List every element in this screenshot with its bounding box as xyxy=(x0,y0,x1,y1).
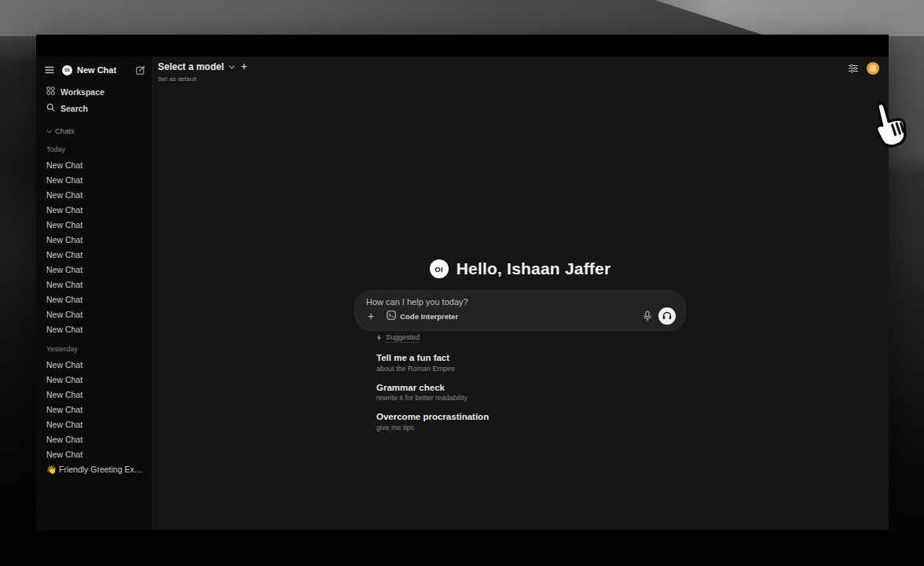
chat-history-row: Yesterday xyxy=(45,344,145,355)
suggested-prompt-title: Grammar check xyxy=(376,383,675,392)
workspace-grid-icon xyxy=(46,86,55,97)
chat-history-row[interactable]: New Chat xyxy=(45,372,145,387)
message-composer[interactable]: + Code Interpreter xyxy=(354,290,686,331)
app-logo-icon: OI xyxy=(430,259,449,278)
wallpaper-bottom xyxy=(0,530,924,566)
sidebar-item-search[interactable]: Search xyxy=(45,100,145,116)
microphone-icon[interactable] xyxy=(644,311,651,322)
sidebar-header: OI New Chat xyxy=(45,61,145,79)
chat-history-row[interactable]: New Chat xyxy=(45,262,145,277)
desktop-background: OI New Chat Workspace Search xyxy=(0,0,924,566)
chat-history-row[interactable]: New Chat xyxy=(45,357,145,372)
sidebar-title: New Chat xyxy=(77,65,136,75)
attach-plus-button[interactable]: + xyxy=(366,311,376,322)
sidebar: OI New Chat Workspace Search xyxy=(36,57,152,530)
chat-history-row[interactable]: New Chat xyxy=(45,307,145,322)
greeting-text: Hello, Ishaan Jaffer xyxy=(456,259,611,278)
model-topbar: Select a model + Set as default xyxy=(158,61,248,83)
chevron-down-icon xyxy=(229,65,235,69)
suggested-prompt-title: Tell me a fun fact xyxy=(376,353,675,362)
chat-history-row[interactable]: New Chat xyxy=(45,292,145,307)
composer-right-controls xyxy=(644,307,676,325)
chats-section-toggle[interactable]: Chats xyxy=(45,125,145,137)
suggested-prompt[interactable]: Grammar check rewrite it for better read… xyxy=(376,383,675,402)
suggested-prompt-subtitle: rewrite it for better readability xyxy=(376,394,675,402)
chat-history-row[interactable]: New Chat xyxy=(45,247,145,262)
chat-history-row[interactable]: New Chat xyxy=(45,172,145,187)
code-interpreter-toggle[interactable]: Code Interpreter xyxy=(387,311,458,322)
search-icon xyxy=(46,103,55,113)
code-interpreter-label: Code Interpreter xyxy=(400,312,458,321)
suggested-prompt-subtitle: about the Roman Empire xyxy=(376,365,675,373)
user-avatar[interactable] xyxy=(867,62,879,75)
avatar-glyph xyxy=(870,65,876,72)
suggested-prompt-title: Overcome procrastination xyxy=(376,412,675,421)
code-interpreter-icon xyxy=(387,311,396,322)
topbar-right-controls xyxy=(848,62,879,75)
bolt-icon xyxy=(376,334,382,343)
chat-history-row[interactable]: New Chat xyxy=(45,402,145,417)
sidebar-item-workspace[interactable]: Workspace xyxy=(45,83,145,100)
chat-history-row[interactable]: New Chat xyxy=(45,432,145,447)
chat-history-row[interactable]: New Chat xyxy=(45,322,145,336)
chat-history-row[interactable]: New Chat xyxy=(45,417,145,432)
suggested-header: Suggested xyxy=(376,333,675,343)
app-logo-icon: OI xyxy=(62,65,72,75)
model-selector-label: Select a model xyxy=(158,61,224,72)
headphones-icon xyxy=(662,309,672,323)
chevron-down-icon xyxy=(46,127,52,135)
chat-history-list: Today New Chat New Chat New Chat New Cha… xyxy=(45,144,145,477)
sidebar-toggle-icon[interactable] xyxy=(45,63,55,77)
greeting-hero: OI Hello, Ishaan Jaffer xyxy=(354,259,686,278)
window-titlebar xyxy=(36,35,889,57)
chat-history-row[interactable]: New Chat xyxy=(45,447,145,461)
chat-history-row: Today xyxy=(45,144,145,155)
main-panel: Select a model + Set as default OI Hello… xyxy=(152,57,889,530)
wallpaper-left xyxy=(0,36,36,530)
set-as-default-link[interactable]: Set as default xyxy=(158,75,248,83)
chat-history-row[interactable]: New Chat xyxy=(45,232,145,247)
voice-call-button[interactable] xyxy=(658,307,676,325)
model-selector[interactable]: Select a model + xyxy=(158,61,248,72)
new-chat-icon[interactable] xyxy=(136,65,145,75)
suggested-label: Suggested xyxy=(386,333,420,343)
message-input[interactable] xyxy=(366,297,676,307)
controls-sliders-icon[interactable] xyxy=(848,64,859,73)
app-window: OI New Chat Workspace Search xyxy=(36,35,889,530)
chat-history-row[interactable]: 👋 Friendly Greeting Exchange xyxy=(45,461,145,477)
suggested-prompt[interactable]: Tell me a fun fact about the Roman Empir… xyxy=(376,353,675,373)
suggested-prompts: Suggested Tell me a fun fact about the R… xyxy=(376,333,675,432)
wallpaper-right xyxy=(889,36,924,530)
workspace-label: Workspace xyxy=(60,87,104,97)
composer-toolbar: + Code Interpreter xyxy=(366,307,676,325)
chat-history-row[interactable]: New Chat xyxy=(45,202,145,217)
chat-history-row[interactable]: New Chat xyxy=(45,387,145,402)
chats-section-label: Chats xyxy=(55,127,75,135)
chat-history-row[interactable]: New Chat xyxy=(45,277,145,292)
add-model-button[interactable]: + xyxy=(240,61,248,72)
chat-history-row[interactable]: New Chat xyxy=(45,157,145,172)
search-label: Search xyxy=(60,104,88,113)
suggested-prompt[interactable]: Overcome procrastination give me tips xyxy=(376,412,675,432)
chat-history-row[interactable]: New Chat xyxy=(45,217,145,232)
suggested-prompt-subtitle: give me tips xyxy=(376,424,675,432)
chat-history-row[interactable]: New Chat xyxy=(45,187,145,202)
